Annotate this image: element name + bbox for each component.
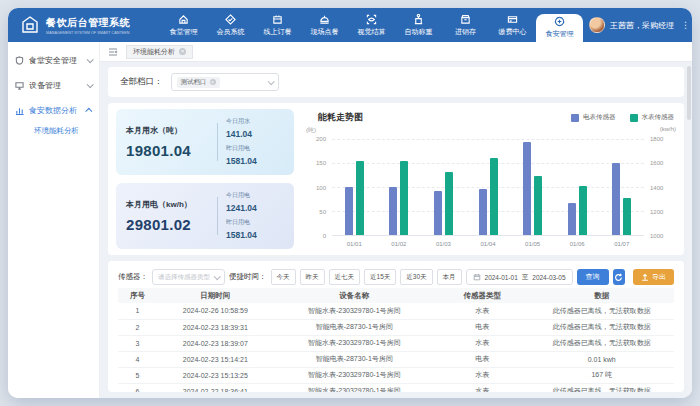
date-range-picker[interactable]: 2024-01-01 至 2024-03-05 — [466, 269, 573, 285]
quick-btn-today[interactable]: 今天 — [271, 269, 296, 285]
page-content: 全部档口： 测试档口 × 本月用水（吨） — [100, 62, 692, 398]
tab-energy-analysis[interactable]: 环境能耗分析 × — [126, 45, 193, 59]
nav-item-auto-weigh[interactable]: 自动称重 — [395, 8, 442, 42]
chevron-up-icon — [85, 108, 92, 115]
chart-bar — [400, 161, 408, 235]
left-axis-ticks: 200150100500 — [304, 139, 326, 236]
export-icon — [641, 273, 649, 281]
bar-group-01/07 — [599, 139, 644, 235]
sidebar-item-device-management[interactable]: 设备管理 — [8, 73, 99, 98]
header-datetime: 日期时间 — [157, 288, 274, 303]
chart-bar — [389, 187, 397, 235]
sensor-type-select[interactable]: 请选择传感器类型 — [152, 269, 225, 285]
user-menu[interactable]: 王茜茜，采购经理 ⋮ — [583, 8, 692, 42]
quick-btn-last30days[interactable]: 近30天 — [400, 269, 432, 285]
nav-item-inventory[interactable]: 进销存 — [442, 8, 489, 42]
chart-bar — [623, 198, 631, 235]
tab-close-icon[interactable]: × — [179, 48, 186, 55]
sidebar-item-canteen-safety[interactable]: 食堂安全管理 — [8, 48, 99, 73]
nav-item-canteen[interactable]: 食堂管理 — [160, 8, 207, 42]
nav-item-payment[interactable]: 缴费中心 — [489, 8, 536, 42]
energy-trend-chart: 能耗走势图 电表传感器 水表传感器 — [304, 109, 676, 249]
legend-electric-sensor[interactable]: 电表传感器 — [571, 113, 616, 122]
chevron-down-icon — [267, 78, 274, 85]
table-row[interactable]: 62024-02-22 18:36:41智能水表-230329780-1号房间水… — [118, 383, 674, 392]
energy-overview-card: 本月用水（吨） 19801.04 今日用水 141.04 昨日用电 1581.0… — [108, 103, 684, 255]
export-button[interactable]: 导出 — [633, 269, 674, 285]
quick-btn-yesterday[interactable]: 昨天 — [300, 269, 325, 285]
nav-item-vision-checkout[interactable]: 视觉结算 — [348, 8, 395, 42]
table-row[interactable]: 42024-02-23 15:14:21智能电表-28730-1号房间电表0.0… — [118, 351, 674, 367]
bar-group-01/01 — [332, 139, 377, 235]
tag-close-icon[interactable]: × — [210, 79, 216, 85]
sensor-data-card: 传感器： 请选择传感器类型 便捷时间： 今天 昨天 近七天 近15天 近30天 … — [108, 261, 684, 392]
inventory-icon — [460, 14, 471, 25]
nav-item-food-safety[interactable]: 食安管理 — [536, 14, 583, 42]
legend-water-sensor[interactable]: 水表传感器 — [630, 113, 675, 122]
nav-item-member[interactable]: 会员系统 — [207, 8, 254, 42]
water-value: 19801.04 — [126, 142, 209, 159]
stall-select[interactable]: 测试档口 × — [171, 73, 279, 91]
search-button[interactable]: 查询 — [577, 269, 609, 285]
date-to: 2024-03-05 — [532, 274, 565, 281]
chart-bar — [568, 203, 576, 235]
water-sub2-value: 1581.04 — [226, 156, 284, 166]
app-logo: 餐饮后台管理系统 MANAGEMENT SYSTEM OF SMART CANT… — [8, 8, 160, 42]
stat-cards: 本月用水（吨） 19801.04 今日用水 141.04 昨日用电 1581.0… — [116, 109, 294, 249]
water-sub1-label: 今日用水 — [226, 117, 284, 126]
payment-icon — [507, 14, 518, 25]
scrollbar-thumb[interactable] — [687, 66, 691, 120]
quick-btn-last7days[interactable]: 近七天 — [329, 269, 361, 285]
header-no: 序号 — [118, 288, 157, 303]
app-subtitle: MANAGEMENT SYSTEM OF SMART CANTEEN — [46, 30, 130, 35]
sensor-filter-label: 传感器： — [118, 272, 148, 282]
header-type: 传感器类型 — [435, 288, 530, 303]
refresh-button[interactable] — [613, 269, 625, 285]
vertical-scrollbar[interactable] — [687, 64, 691, 395]
auto-weigh-icon — [413, 14, 424, 25]
bar-group-01/02 — [377, 139, 422, 235]
more-options-icon[interactable]: ⋮ — [679, 20, 692, 30]
stall-filter-bar: 全部档口： 测试档口 × — [108, 67, 684, 97]
table-row[interactable]: 12024-02-26 10:58:59智能水表-230329780-1号房间水… — [118, 303, 674, 319]
power-value: 29801.02 — [126, 216, 209, 233]
chart-bar — [534, 176, 542, 235]
chart-bar — [612, 163, 620, 235]
quick-btn-last15days[interactable]: 近15天 — [364, 269, 396, 285]
quick-btn-this-month[interactable]: 本月 — [437, 269, 462, 285]
table-filter-bar: 传感器： 请选择传感器类型 便捷时间： 今天 昨天 近七天 近15天 近30天 … — [118, 266, 674, 288]
date-from: 2024-01-01 — [485, 274, 518, 281]
bar-group-01/05 — [510, 139, 555, 235]
food-safety-icon — [554, 16, 565, 27]
legend-swatch-blue — [571, 114, 579, 122]
chart-bar — [523, 142, 531, 235]
sidebar-subitem-energy-analysis[interactable]: 环境能耗分析 — [8, 123, 99, 142]
chart-bar — [356, 161, 364, 235]
quick-time-label: 便捷时间： — [229, 272, 267, 282]
app-window: 餐饮后台管理系统 MANAGEMENT SYSTEM OF SMART CANT… — [8, 8, 692, 398]
tab-strip: 环境能耗分析 × — [100, 42, 692, 62]
logo-icon — [20, 15, 40, 35]
online-order-icon — [272, 14, 283, 25]
sensor-data-table: 序号 日期时间 设备名称 传感器类型 数据 12024-02-26 10:58:… — [118, 288, 674, 392]
water-title: 本月用水（吨） — [126, 125, 209, 136]
right-axis-ticks: 18001600140012001000 — [650, 139, 676, 236]
app-body: 食堂安全管理 设备管理 食安数据分析 环境能耗分析 — [8, 42, 692, 398]
nav-item-online-order[interactable]: 线上订餐 — [254, 8, 301, 42]
sidebar-item-data-analysis[interactable]: 食安数据分析 — [8, 98, 99, 123]
table-row[interactable]: 32024-02-23 18:39:07智能水表-230329780-1号房间水… — [118, 335, 674, 351]
table-row[interactable]: 22024-02-23 18:39:31智能电表-28730-1号房间电表此传感… — [118, 319, 674, 335]
bar-group-01/06 — [555, 139, 600, 235]
analysis-icon — [15, 106, 24, 115]
top-nav: 食堂管理 会员系统 线上订餐 现场点餐 视觉结算 自动称重 — [160, 8, 583, 42]
water-sub2-label: 昨日用电 — [226, 144, 284, 153]
collapse-sidebar-icon[interactable] — [108, 47, 118, 57]
stall-filter-label: 全部档口： — [120, 76, 163, 88]
nav-item-dine-in[interactable]: 现场点餐 — [301, 8, 348, 42]
table-row[interactable]: 52024-02-23 15:13:25智能水表-230329780-1号房间水… — [118, 367, 674, 383]
top-bar: 餐饮后台管理系统 MANAGEMENT SYSTEM OF SMART CANT… — [8, 8, 692, 42]
table-header-row: 序号 日期时间 设备名称 传感器类型 数据 — [118, 288, 674, 303]
chevron-down-icon — [87, 56, 94, 63]
stall-selected-tag: 测试档口 × — [177, 77, 220, 88]
left-axis-unit: (吨) — [306, 126, 316, 135]
